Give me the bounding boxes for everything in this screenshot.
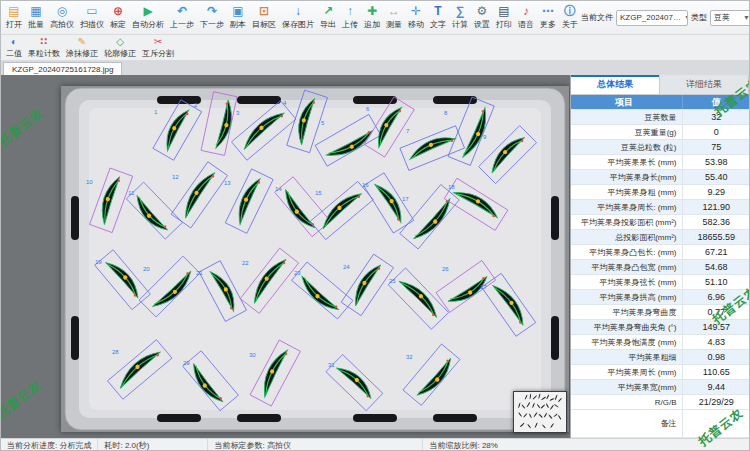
pod-id-label: 23 (294, 270, 301, 276)
table-row[interactable]: 豆荚数量32 (571, 110, 749, 125)
pod-id-label: 14 (275, 186, 282, 192)
toolbar-button[interactable]: ↶上一步 (167, 2, 197, 33)
toolbar-button[interactable]: ▣副本 (227, 2, 249, 33)
header-value: 值 (683, 95, 749, 109)
pod-id-label: 10 (86, 179, 93, 185)
toolbar-button[interactable]: ∑计算 (449, 2, 471, 33)
tab-overall-results[interactable]: 总体结果 (571, 75, 660, 94)
current-file-dropdown[interactable]: KZGP_202407… ▼ (616, 10, 688, 26)
status-analysis-progress: 当前分析进度: 分析完成 (1, 439, 98, 451)
analysis-photo[interactable]: 1234567891011121314151617181920212223242… (61, 86, 569, 432)
toolbar-button[interactable]: ✎涂抹修正 (63, 35, 101, 60)
toolbar-button[interactable]: ⊕标定 (107, 2, 129, 33)
toolbar-button[interactable]: ◐二值 (3, 35, 25, 60)
pod-id-label: 11 (128, 190, 135, 196)
row-label: 平均荚果身长(mm) (571, 170, 683, 184)
table-row[interactable]: 平均荚果身投影面积 (mm²)582.36 (571, 215, 749, 230)
row-label: 豆荚总粒数 (粒) (571, 140, 683, 154)
print-icon: ▤ (498, 5, 509, 18)
table-row[interactable]: 豆荚重量(g)0 (571, 125, 749, 140)
toolbar-button[interactable]: ⋯更多 (537, 2, 559, 33)
pod-id-label: 31 (328, 362, 335, 368)
header-item: 项目 (571, 95, 683, 109)
row-value: 75 (683, 140, 749, 154)
toolbar-button[interactable]: ⓘ关于 (559, 2, 581, 33)
pod-id-label: 20 (143, 266, 150, 272)
toolbar-button[interactable]: ◇轮廓修正 (101, 35, 139, 60)
toolbar-button[interactable]: ◎高拍仪 (47, 2, 77, 33)
table-row[interactable]: 平均荚果宽(mm)9.44 (571, 380, 749, 395)
table-row[interactable]: 总投影面积(mm²)18655.59 (571, 230, 749, 245)
table-row[interactable]: 平均荚果身长(mm)55.40 (571, 170, 749, 185)
next-step-icon: ↷ (207, 5, 217, 18)
row-value: 110.65 (683, 365, 749, 379)
toolbar-button[interactable]: ↷下一步 (197, 2, 227, 33)
toolbar-button[interactable]: ⚙设置 (471, 2, 493, 33)
table-row[interactable]: 平均荚果果长 (mm)53.98 (571, 155, 749, 170)
toolbar-button-label: 保存图片 (282, 19, 314, 30)
pod-id-label: 16 (362, 182, 369, 188)
toolbar-button-label: 目标区 (252, 19, 276, 30)
row-value: 21/29/29 (683, 395, 749, 409)
toolbar-button-label: 互斥分割 (142, 48, 174, 59)
toolbar-button[interactable]: ▤打印 (493, 2, 515, 33)
table-row[interactable]: 平均荚果身弦长 (mm)51.10 (571, 275, 749, 290)
main-toolbar: ▤打开▦批量◎高拍仪▭扫描仪⊕标定▶自动分析↶上一步↷下一步▣副本⊡目标区↓保存… (1, 1, 749, 35)
table-row[interactable]: 平均荚果身弯曲夹角 (°)149.57 (571, 320, 749, 335)
pod-id-label: 24 (343, 264, 350, 270)
prev-step-icon: ↶ (177, 5, 187, 18)
type-dropdown[interactable]: 豆荚 ▼ (710, 10, 750, 26)
toolbar-button[interactable]: ♪语音 (515, 2, 537, 33)
pod-id-label: 26 (442, 266, 449, 272)
toolbar-button[interactable]: ▦批量 (25, 2, 47, 33)
table-row[interactable]: 平均荚果身周长: (mm)121.90 (571, 200, 749, 215)
toolbar-button[interactable]: ▶自动分析 (129, 2, 167, 33)
row-label: 豆荚重量(g) (571, 125, 683, 139)
chevron-down-icon: ▼ (684, 14, 688, 21)
pod-id-label: 19 (95, 259, 102, 265)
table-row[interactable]: 平均荚果身弯曲度0.77 (571, 305, 749, 320)
table-row[interactable]: 平均荚果身拱高 (mm)6.96 (571, 290, 749, 305)
toolbar-button[interactable]: ↓保存图片 (279, 2, 317, 33)
row-label: 平均荚果身凸包宽 (mm) (571, 260, 683, 274)
table-row[interactable]: 平均荚果粗细0.98 (571, 350, 749, 365)
copy-icon: ▣ (232, 5, 243, 18)
table-row[interactable]: 平均荚果身凸包宽 (mm)54.68 (571, 260, 749, 275)
row-value: 51.10 (683, 275, 749, 289)
toolbar-button[interactable]: ↑上传 (339, 2, 361, 33)
pod-id-label: 18 (448, 184, 455, 190)
table-row[interactable]: R/G/B21/29/29 (571, 395, 749, 410)
note-label: 备注 (571, 410, 683, 437)
toolbar-button[interactable]: ∷果粒计数 (25, 35, 63, 60)
table-row[interactable]: 平均荚果身粗 (mm)9.29 (571, 185, 749, 200)
toolbar-button[interactable]: ✚追加 (361, 2, 383, 33)
toolbar-button[interactable]: ✛移动 (405, 2, 427, 33)
toolbar-button-label: 自动分析 (132, 19, 164, 30)
scanner-icon: ▭ (86, 5, 97, 18)
row-label: 平均荚果身饱满度 (mm) (571, 335, 683, 349)
toolbar-button[interactable]: ▭扫描仪 (77, 2, 107, 33)
toolbar-button[interactable]: T文字 (427, 2, 449, 33)
table-row[interactable]: 平均荚果身饱满度 (mm)4.83 (571, 335, 749, 350)
row-label: 平均荚果身拱高 (mm) (571, 290, 683, 304)
toolbar-button[interactable]: ▤打开 (3, 2, 25, 33)
toolbar-button-label: 涂抹修正 (66, 48, 98, 59)
document-tabbar: KZGP_20240725161728.jpg (1, 61, 749, 75)
results-rows: 豆荚数量32豆荚重量(g)0豆荚总粒数 (粒)75平均荚果果长 (mm)53.9… (571, 110, 749, 410)
table-row[interactable]: 平均荚果身凸包长: (mm)67.21 (571, 245, 749, 260)
toolbar-button[interactable]: ↔测量 (383, 2, 405, 33)
target-area-icon: ⊡ (259, 5, 269, 18)
table-row[interactable]: 平均荚果周长 (mm)110.65 (571, 365, 749, 380)
smear-fix-icon: ✎ (78, 36, 86, 47)
toolbar-button[interactable]: ↗导出 (317, 2, 339, 33)
pod-id-label: 21 (196, 270, 203, 276)
note-value[interactable] (683, 410, 749, 437)
document-tab[interactable]: KZGP_20240725161728.jpg (3, 62, 122, 75)
table-row[interactable]: 豆荚总粒数 (粒)75 (571, 140, 749, 155)
pod-id-label: 30 (249, 352, 256, 358)
image-canvas[interactable]: 1234567891011121314151617181920212223242… (1, 75, 571, 438)
overview-thumbnail[interactable] (513, 391, 567, 433)
toolbar-button[interactable]: ⊡目标区 (249, 2, 279, 33)
toolbar-button[interactable]: ✂互斥分割 (139, 35, 177, 60)
tab-detailed-results[interactable]: 详细结果 (660, 75, 749, 94)
